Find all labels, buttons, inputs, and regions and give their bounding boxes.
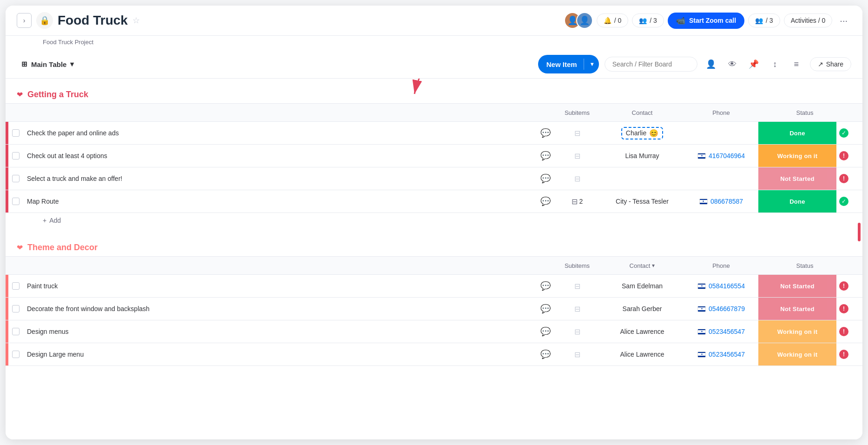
phone-number: 086678587 xyxy=(710,198,743,205)
subitems-cell[interactable]: ⊟ xyxy=(554,129,600,138)
subitems-cell[interactable]: ⊟ xyxy=(554,305,600,313)
status-cell[interactable]: Not Started xyxy=(758,298,836,320)
group-title-getting-a-truck: Getting a Truck xyxy=(27,90,88,100)
phone-cell[interactable]: ✦ 0523456547 xyxy=(684,328,758,335)
group-theme-and-decor: ❤ Theme and Decor Subitems Contact ▾ Pho… xyxy=(6,243,862,366)
row-checkbox[interactable] xyxy=(8,198,23,205)
status-cell[interactable]: Working on it xyxy=(758,145,836,167)
comment-icon[interactable]: 💬 xyxy=(537,349,554,359)
row-task-text: Check the paper and online ads xyxy=(23,129,537,137)
row-checkbox[interactable] xyxy=(8,175,23,182)
sort-contact-icon[interactable]: ▾ xyxy=(652,262,655,269)
comment-icon[interactable]: 💬 xyxy=(537,304,554,314)
phone-number: 4167046964 xyxy=(709,152,745,159)
phone-cell[interactable]: ✦ 4167046964 xyxy=(684,152,758,159)
row-checkbox[interactable] xyxy=(8,305,23,312)
status-cell[interactable]: Done xyxy=(758,190,836,213)
table-row: Design Large menu 💬 ⊟ Alice Lawrence ✦ 0… xyxy=(6,343,862,366)
contact-cell[interactable]: Sarah Gerber xyxy=(600,305,684,312)
subitems-cell[interactable]: ⊟ xyxy=(554,327,600,336)
header-left: › 🔒 Food Truck ☆ xyxy=(17,12,557,29)
contact-cell[interactable]: Alice Lawrence xyxy=(600,328,684,335)
phone-cell[interactable]: ✦ 0546667879 xyxy=(684,305,758,312)
updates-button[interactable]: 🔔 / 0 xyxy=(597,13,629,27)
pin-icon-button[interactable]: 📌 xyxy=(746,56,762,72)
share-button[interactable]: ↗ Share xyxy=(810,57,851,71)
contact-cell[interactable]: City - Tessa Tesler xyxy=(600,198,684,205)
status-indicator: ! xyxy=(836,275,851,297)
activities-button[interactable]: Activities / 0 xyxy=(784,13,833,27)
more-options-button[interactable]: ··· xyxy=(836,13,851,28)
status-cell[interactable]: Working on it xyxy=(758,343,836,365)
contact-cell[interactable]: Charlie 😊 xyxy=(600,127,684,139)
contact-name: Lisa Murray xyxy=(625,152,659,159)
members-button[interactable]: 👥 / 3 xyxy=(748,13,780,27)
invite-button[interactable]: 👥 / 3 xyxy=(632,13,664,27)
group-toggle-icon[interactable]: ❤ xyxy=(17,90,23,99)
table-icon: ⊞ xyxy=(21,60,27,68)
new-item-button[interactable]: New Item ▾ xyxy=(538,55,599,73)
row-checkbox[interactable] xyxy=(8,351,23,358)
contact-cell[interactable]: Sam Edelman xyxy=(600,282,684,290)
row-checkbox[interactable] xyxy=(8,129,23,137)
subitems-cell[interactable]: ⊟ xyxy=(554,282,600,291)
status-cell-wrapper: Working on it ! xyxy=(758,145,851,167)
exclaim-icon: ! xyxy=(839,151,848,160)
contact-selected-chip[interactable]: Charlie 😊 xyxy=(621,127,663,139)
members-icon: 👥 xyxy=(755,17,763,24)
add-row-button[interactable]: + Add xyxy=(6,213,862,228)
subitems-cell[interactable]: ⊟ xyxy=(554,152,600,160)
comment-icon[interactable]: 💬 xyxy=(537,281,554,291)
subitems-cell[interactable]: ⊟ 2 xyxy=(554,197,600,206)
exclaim-icon: ! xyxy=(839,174,848,183)
group-header-theme-decor: ❤ Theme and Decor xyxy=(6,243,862,256)
subitems-cell[interactable]: ⊟ xyxy=(554,174,600,183)
status-cell[interactable]: Not Started xyxy=(758,275,836,297)
table-view-button[interactable]: ⊞ Main Table ▾ xyxy=(17,57,79,71)
subitems-cell[interactable]: ⊟ xyxy=(554,350,600,359)
row-checkbox[interactable] xyxy=(8,152,23,159)
sidebar-toggle-button[interactable]: › xyxy=(17,13,32,28)
page-title: Food Truck xyxy=(58,13,128,28)
zoom-call-button[interactable]: 📹 Start Zoom call xyxy=(668,13,744,29)
comment-icon[interactable]: 💬 xyxy=(537,173,554,184)
column-headers-group2: Subitems Contact ▾ Phone Status xyxy=(6,256,862,275)
group-toggle-icon[interactable]: ❤ xyxy=(17,243,23,252)
subitem-icon: ⊟ xyxy=(574,129,580,138)
filter-icon-button[interactable]: ≡ xyxy=(789,56,804,72)
exclaim-icon: ! xyxy=(839,350,848,359)
new-item-dropdown-icon[interactable]: ▾ xyxy=(585,61,599,67)
comment-icon[interactable]: 💬 xyxy=(537,326,554,337)
phone-cell[interactable]: ✦ 086678587 xyxy=(684,198,758,205)
eye-icon-button[interactable]: 👁 xyxy=(724,56,740,72)
phone-cell[interactable]: ✦ 0523456547 xyxy=(684,351,758,358)
search-input[interactable] xyxy=(605,57,697,72)
view-label: Main Table xyxy=(31,60,66,68)
chevron-down-icon: ▾ xyxy=(70,60,74,68)
col-header-subitems: Subitems xyxy=(554,109,600,116)
favorite-star-icon[interactable]: ☆ xyxy=(132,15,140,26)
comment-icon[interactable]: 💬 xyxy=(537,196,554,206)
status-indicator: ! xyxy=(836,298,851,320)
contact-cell[interactable]: Lisa Murray xyxy=(600,152,684,159)
status-indicator: ! xyxy=(836,167,851,190)
sort-icon-button[interactable]: ↕ xyxy=(767,56,783,72)
exclaim-icon: ! xyxy=(839,281,848,291)
status-cell[interactable]: Working on it xyxy=(758,320,836,343)
comment-icon[interactable]: 💬 xyxy=(537,128,554,138)
row-checkbox[interactable] xyxy=(8,282,23,290)
status-cell[interactable]: Done xyxy=(758,122,836,144)
member-count: / 3 xyxy=(766,17,773,24)
zoom-btn-label: Start Zoom call xyxy=(689,17,736,24)
person-icon-button[interactable]: 👤 xyxy=(703,56,719,72)
emoji-button[interactable]: 😊 xyxy=(649,129,658,138)
row-checkbox[interactable] xyxy=(8,328,23,335)
toolbar: ⊞ Main Table ▾ New Item ▾ 👤 👁 📌 ↕ ≡ ↗ Sh… xyxy=(6,50,862,79)
status-cell-wrapper: Not Started ! xyxy=(758,167,851,190)
phone-cell[interactable]: ✦ 0584166554 xyxy=(684,282,758,290)
status-cell-wrapper: Done ✓ xyxy=(758,122,851,144)
activities-label: Activities / 0 xyxy=(791,17,826,24)
comment-icon[interactable]: 💬 xyxy=(537,151,554,161)
status-cell[interactable]: Not Started xyxy=(758,167,836,190)
contact-cell[interactable]: Alice Lawrence xyxy=(600,351,684,358)
